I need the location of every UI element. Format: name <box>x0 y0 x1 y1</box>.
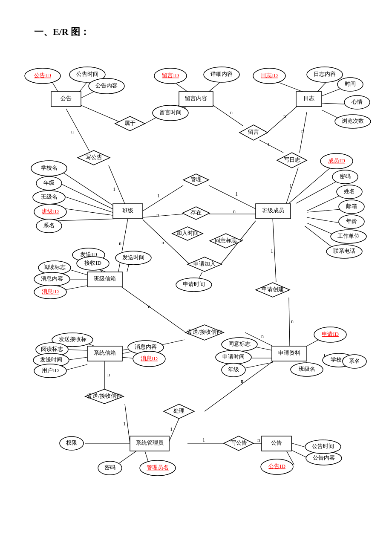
attr-nianji-label: 年级 <box>43 179 55 186</box>
entity-riji-label: 日志 <box>303 95 314 101</box>
attr-chengyuanid-label: 成员ID <box>328 157 345 164</box>
relation-fasongjieshou1-label: 发送/接收信件 <box>187 329 222 335</box>
attr-nianji2-label: 年级 <box>228 366 239 373</box>
svg-line-61 <box>65 286 87 290</box>
relation-shenqingjia-label: 申请加入 <box>193 260 216 267</box>
svg-line-89 <box>292 443 307 448</box>
attr-liulancishu-label: 浏览次数 <box>342 118 364 124</box>
entity-xitongguanliyuan-label: 系统管理员 <box>136 439 164 446</box>
attr-rijineirong-label: 日志内容 <box>314 71 336 77</box>
attr-xuexiaomin-label: 学校名 <box>41 165 58 171</box>
attr-liuyanid-label: 留言ID <box>162 72 179 78</box>
entity-shenqingziliao-label: 申请资料 <box>278 350 300 356</box>
attr-gonggaoid2-label: 公告ID <box>268 463 285 469</box>
attr-tongyibiaozhi2-label: 同意标志 <box>228 341 251 347</box>
svg-line-28 <box>289 164 334 203</box>
relation-guanli-label: 管理 <box>190 176 202 182</box>
attr-youxiang-label: 邮箱 <box>346 203 357 209</box>
entity-gonggao2-label: 公告 <box>271 439 282 446</box>
svg-text:n: n <box>71 129 74 135</box>
svg-text:n: n <box>148 304 150 309</box>
attr-guanliyuanname-label: 管理员名 <box>147 464 169 471</box>
svg-line-15 <box>266 105 298 133</box>
attr-banjiid-label: 班级ID <box>42 208 59 214</box>
entity-xitongxinxiang-label: 系统信箱 <box>94 350 116 356</box>
svg-line-39 <box>57 219 121 221</box>
attr-fasongjieshubiao-label: 发送接收标 <box>59 336 86 342</box>
svg-text:1: 1 <box>123 421 126 427</box>
attr-rijiid-label: 日志ID <box>261 72 278 78</box>
svg-line-71 <box>121 287 184 332</box>
attr-gonggaoshijian1-label: 公告时间 <box>76 71 98 77</box>
entity-liuyanneirong-label: 留言内容 <box>185 95 207 101</box>
svg-text:1: 1 <box>157 193 160 199</box>
svg-text:1: 1 <box>202 437 205 443</box>
svg-text:n: n <box>156 212 159 218</box>
svg-text:n: n <box>161 240 164 246</box>
relation-xieriji-label: 写日志 <box>284 156 300 163</box>
entity-banjichengyuan-label: 班级成员 <box>262 207 284 214</box>
attr-gonggaoneirong2-label: 公告内容 <box>313 454 335 461</box>
svg-line-44 <box>143 214 183 217</box>
entity-gonggao1-label: 公告 <box>61 95 72 101</box>
attr-yudubiaozhi2-label: 阅读标志 <box>41 346 63 352</box>
attr-xiname2-label: 系名 <box>349 358 360 364</box>
svg-text:n: n <box>233 208 236 214</box>
relation-xiegonggao1-label: 写公告 <box>86 154 102 160</box>
svg-line-3 <box>66 109 89 151</box>
attr-shenqingshijian2-label: 申请时间 <box>222 353 245 360</box>
svg-text:1: 1 <box>170 426 173 432</box>
svg-text:n: n <box>257 437 260 443</box>
svg-line-42 <box>209 185 256 209</box>
attr-xiaoxineirong2-label: 消息内容 <box>135 344 157 350</box>
svg-line-13 <box>213 105 243 126</box>
entity-banjixinxiang-label: 班级信箱 <box>94 275 116 282</box>
svg-text:1: 1 <box>289 183 292 189</box>
svg-text:n: n <box>241 378 243 384</box>
attr-fasongshijian1-label: 发送时间 <box>122 254 144 260</box>
attr-yudubiaozhi1-label: 阅读标志 <box>43 264 66 270</box>
attr-gonggaoneirong1-label: 公告内容 <box>95 82 118 89</box>
svg-text:n: n <box>230 110 233 116</box>
attr-banjiname-label: 班级名 <box>41 194 58 200</box>
relation-liuyan-label: 留言 <box>248 129 259 135</box>
svg-line-7 <box>81 105 124 124</box>
entity-banji-label: 班级 <box>122 207 133 214</box>
attr-nianling-label: 年龄 <box>346 218 357 224</box>
attr-jieshoid-label: 接收ID <box>84 260 101 266</box>
attr-xiaoxiid2-label: 消息ID <box>141 355 158 361</box>
svg-text:n: n <box>283 113 286 119</box>
attr-mima1-label: 密码 <box>340 173 351 179</box>
svg-text:n: n <box>119 240 121 246</box>
attr-shenqingshijian1-label: 申请时间 <box>183 281 205 287</box>
attr-xinqing-label: 心情 <box>351 98 363 105</box>
svg-line-53 <box>273 218 276 282</box>
svg-line-55 <box>289 298 290 346</box>
svg-text:n: n <box>291 318 294 324</box>
relation-chuli-label: 处理 <box>173 408 184 414</box>
relation-shuyu-label: 属于 <box>124 120 135 126</box>
relation-fasongjieshou2-label: 发送/接收信件 <box>87 393 122 399</box>
attr-fasongshijian2-label: 发送时间 <box>40 356 62 363</box>
svg-line-97 <box>242 362 273 369</box>
attr-gongzuodanwei-label: 工作单位 <box>337 233 360 239</box>
svg-text:1: 1 <box>235 191 238 197</box>
relation-xiegonggao2-label: 写公告 <box>231 439 247 446</box>
svg-line-66 <box>66 350 87 350</box>
svg-line-98 <box>117 451 136 465</box>
relation-tongyibiaozhi-label: 同意标志 <box>215 237 237 243</box>
attr-yonghuid-label: 用户ID <box>42 367 59 373</box>
attr-xiname-label: 系名 <box>43 222 55 228</box>
attr-xiangxineirong-label: 详细内容 <box>210 71 233 77</box>
svg-text:1: 1 <box>267 142 270 147</box>
attr-lianxidianhua-label: 联系电话 <box>333 248 355 254</box>
svg-text:n: n <box>107 372 110 378</box>
svg-line-22 <box>259 140 283 153</box>
attr-quanxian-label: 权限 <box>66 439 77 446</box>
attr-xiaoxiid1-label: 消息ID <box>42 288 59 295</box>
attr-gonggaoshijian2-label: 公告时间 <box>312 443 334 449</box>
svg-text:n: n <box>261 333 264 339</box>
attr-shenqingid-label: 申请ID <box>322 331 339 337</box>
svg-text:1: 1 <box>271 248 273 254</box>
attr-xiaoxineirong1-label: 消息内容 <box>41 275 63 282</box>
